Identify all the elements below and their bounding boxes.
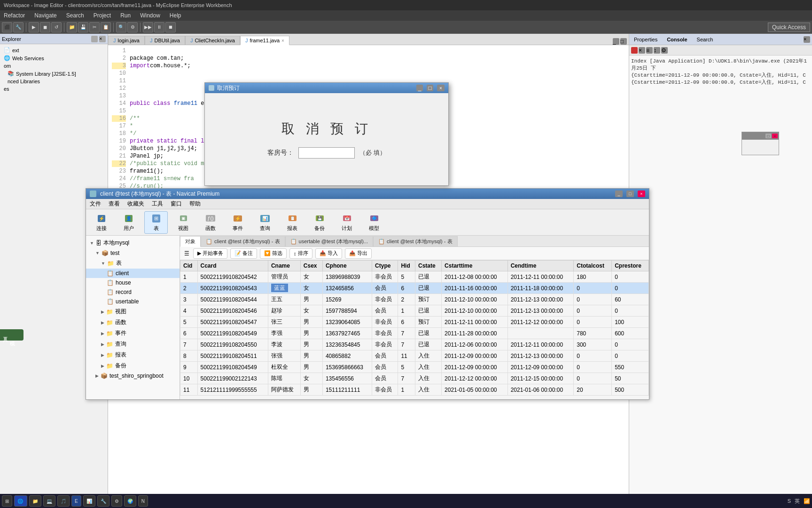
table-row[interactable]: 5500221199108204547张三男13239064085非会员6预订2… xyxy=(180,317,649,328)
cell-ctype[interactable]: 会员 xyxy=(372,362,398,373)
cell-ctotalcost[interactable]: 0 xyxy=(574,294,612,305)
cell-cphone[interactable]: 13637927465 xyxy=(322,328,372,339)
cell-ccard[interactable]: 500221199108204549 xyxy=(197,362,268,373)
cell-ccard[interactable]: 500221199108204549 xyxy=(197,328,268,339)
cell-ctotalcost[interactable]: 780 xyxy=(574,328,612,339)
col-ccard[interactable]: Ccard xyxy=(197,261,268,271)
nav-btn-report[interactable]: 📋 报表 xyxy=(281,211,304,234)
taskbar-btn-1[interactable]: 🌐 xyxy=(14,495,27,507)
cell-cid[interactable]: 11 xyxy=(180,384,198,396)
action-export[interactable]: 📤 导出 xyxy=(345,248,372,259)
col-cstarttime[interactable]: Cstarttime xyxy=(442,261,508,271)
cell-cid[interactable]: 1 xyxy=(180,271,198,283)
nav-btn-sched[interactable]: 📅 计划 xyxy=(335,211,359,234)
cell-ctype[interactable]: 会员 xyxy=(372,373,398,384)
col-cprestore[interactable]: Cprestore xyxy=(612,261,649,271)
cell-hid[interactable]: 7 xyxy=(398,373,415,384)
cell-ctype[interactable]: 会员 xyxy=(372,305,398,317)
tab-close-frame11[interactable]: × xyxy=(281,38,284,43)
nav-btn-connect[interactable]: ⚡ 连接 xyxy=(90,211,113,234)
cell-ctype[interactable]: 非会员 xyxy=(372,317,398,328)
cell-cphone[interactable]: 132465856 xyxy=(322,283,372,294)
action-note[interactable]: 📝 备注 xyxy=(230,248,257,259)
cell-hid[interactable]: 2 xyxy=(398,294,415,305)
nav-menu-view[interactable]: 查看 xyxy=(107,199,122,209)
toolbar-btn-10[interactable]: 🔍 xyxy=(116,22,126,32)
cell-cname[interactable]: 蓝蓝 xyxy=(268,283,300,294)
menu-refactor[interactable]: Refactor xyxy=(2,11,27,20)
cell-cprestore[interactable]: 60 xyxy=(612,294,649,305)
nav-btn-func[interactable]: ƒ() 函数 xyxy=(199,211,222,234)
nav-menu-file[interactable]: 文件 xyxy=(88,199,103,209)
nav-tab-client-table[interactable]: 📋 client @test (本地mysql) - 表 xyxy=(201,236,285,246)
cell-cid[interactable]: 5 xyxy=(180,317,198,328)
cell-cstate[interactable]: 预订 xyxy=(415,294,441,305)
nav-tab-objects[interactable]: 对象 xyxy=(180,236,201,247)
tree-item-libraries[interactable]: nced Libraries xyxy=(2,78,106,85)
cell-cstarttime[interactable]: 2011-12-11 00:00:00 xyxy=(442,317,508,328)
cell-cstate[interactable]: 入住 xyxy=(415,350,441,362)
nav-tree-queries[interactable]: ▶ 📁 查询 xyxy=(86,339,180,349)
cell-csex[interactable]: 女 xyxy=(300,271,322,283)
nav-tree-test[interactable]: ▼ 📦 test xyxy=(86,248,180,258)
taskbar-btn-4[interactable]: 🎵 xyxy=(57,495,70,507)
cell-cphone[interactable]: 15111211111 xyxy=(322,384,372,396)
nav-tree-usertable[interactable]: 📋 usertable xyxy=(86,297,180,306)
tree-item-syslibrary[interactable]: 📚 System Library [J2SE-1.5] xyxy=(2,70,106,78)
taskbar-btn-9[interactable]: 🌍 xyxy=(124,495,136,507)
nav-tree-testshiro[interactable]: ▶ 📦 test_shiro_springboot xyxy=(86,371,180,381)
nav-tree-funcs[interactable]: ▶ 📁 函数 xyxy=(86,317,180,328)
cell-ctotalcost[interactable]: 20 xyxy=(574,384,612,396)
nav-tree-backups[interactable]: ▶ 📁 备份 xyxy=(86,360,180,371)
console-btn-3[interactable]: ≡ xyxy=(646,47,653,54)
cell-ccard[interactable]: 500221199108204544 xyxy=(197,294,268,305)
table-row[interactable]: 1500221199108204542管理员女13896988039非会员5已退… xyxy=(180,271,649,283)
nav-tree-record[interactable]: 📋 record xyxy=(86,287,180,297)
table-row[interactable]: 6500221199108204549李强男13637927465非会员7已退2… xyxy=(180,328,649,339)
tab-dbutil[interactable]: J DBUtil.java xyxy=(145,36,185,45)
cell-csex[interactable]: 男 xyxy=(300,362,322,373)
cell-hid[interactable]: 6 xyxy=(398,283,415,294)
col-cendtime[interactable]: Cendtime xyxy=(508,261,574,271)
cell-csex[interactable]: 男 xyxy=(300,339,322,350)
cell-cstate[interactable]: 已退 xyxy=(415,271,441,283)
cell-cstarttime[interactable]: 2011-12-10 00:00:00 xyxy=(442,294,508,305)
toolbar-btn-11[interactable]: ⚙ xyxy=(127,22,138,32)
cell-cphone[interactable]: 135456556 xyxy=(322,373,372,384)
nav-btn-user[interactable]: 👤 用户 xyxy=(117,211,141,234)
cell-cstate[interactable]: 已退 xyxy=(415,339,441,350)
nav-tree-reports[interactable]: ▶ 📁 报表 xyxy=(86,349,180,360)
console-tab[interactable]: Console xyxy=(664,36,690,43)
nav-btn-table[interactable]: ⊞ 表 xyxy=(144,211,168,234)
cell-ctotalcost[interactable]: 0 xyxy=(574,362,612,373)
cell-cprestore[interactable]: 0 xyxy=(612,339,649,350)
cell-cstarttime[interactable]: 2011-12-10 00:00:00 xyxy=(442,305,508,317)
dialog-maximize-btn[interactable]: □ xyxy=(427,85,433,91)
cell-cprestore[interactable]: 0 xyxy=(612,350,649,362)
cell-ctype[interactable]: 非会员 xyxy=(372,271,398,283)
nav-btn-model[interactable]: 🔷 模型 xyxy=(362,211,386,234)
panel-minimize[interactable] xyxy=(91,36,98,42)
taskbar-btn-6[interactable]: 📊 xyxy=(83,495,95,507)
tree-item-es[interactable]: es xyxy=(2,85,106,93)
nav-menu-favorites[interactable]: 收藏夹 xyxy=(125,199,146,209)
cell-cstarttime[interactable]: 2011-11-16 00:00:00 xyxy=(442,283,508,294)
taskbar-btn-3[interactable]: 💻 xyxy=(43,495,55,507)
cell-cprestore[interactable]: 0 xyxy=(612,305,649,317)
cell-ccard[interactable]: 500221199108204543 xyxy=(197,283,268,294)
cell-cprestore[interactable]: 600 xyxy=(612,328,649,339)
cell-cprestore[interactable]: 0 xyxy=(612,283,649,294)
taskbar-btn-10[interactable]: N xyxy=(138,495,148,507)
nav-tree-client[interactable]: 📋 client xyxy=(86,269,180,278)
taskbar-btn-5[interactable]: E xyxy=(71,495,81,507)
cell-csex[interactable]: 男 xyxy=(300,384,322,396)
cell-cstarttime[interactable]: 2011-12-08 00:00:00 xyxy=(442,271,508,283)
cell-cid[interactable]: 2 xyxy=(180,283,198,294)
action-filter[interactable]: 🔽 筛选 xyxy=(260,248,287,259)
panel-close-right[interactable]: × xyxy=(804,36,810,43)
cell-ctotalcost[interactable]: 300 xyxy=(574,339,612,350)
taskbar-btn-2[interactable]: 📁 xyxy=(29,495,41,507)
cell-cstate[interactable]: 入住 xyxy=(415,362,441,373)
cell-cname[interactable]: 管理员 xyxy=(268,271,300,283)
cell-cstate[interactable]: 已退 xyxy=(415,283,441,294)
